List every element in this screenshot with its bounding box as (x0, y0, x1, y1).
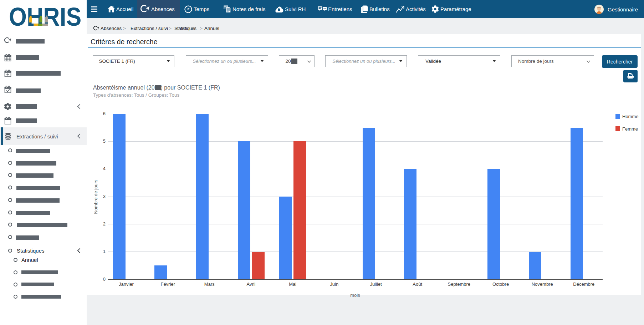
svg-text:OHRIS: OHRIS (9, 2, 81, 31)
